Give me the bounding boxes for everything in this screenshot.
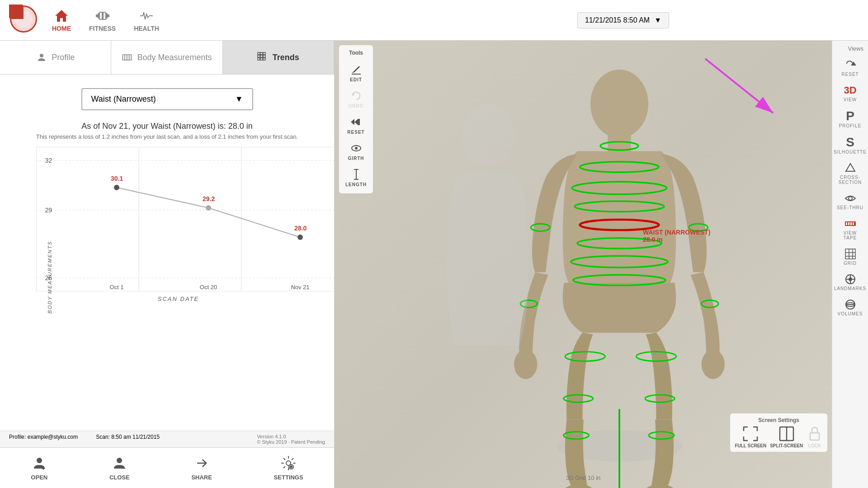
svg-point-96: [849, 197, 852, 200]
svg-rect-22: [263, 58, 265, 60]
top-nav: HOME FITNESS HEALTH 11/21/2015 8:50 AM ▼: [0, 0, 868, 41]
logo[interactable]: [9, 5, 38, 36]
svg-point-44: [117, 458, 122, 463]
views-label: Views: [835, 45, 866, 52]
info-bar: Profile: example@styku.com Scan: 8:50 am…: [0, 431, 334, 447]
nav-fitness[interactable]: FITNESS: [89, 9, 116, 32]
svg-text:29.2: 29.2: [203, 195, 215, 202]
nav-home[interactable]: HOME: [52, 9, 71, 32]
close-button[interactable]: CLOSE: [109, 455, 130, 481]
svg-rect-6: [108, 14, 109, 17]
date-selector[interactable]: 11/21/2015 8:50 AM ▼: [577, 12, 669, 28]
svg-rect-93: [810, 433, 819, 440]
svg-text:Oct 20: Oct 20: [200, 284, 217, 291]
waist-annotation: WAIST (NARROWEST) 28.0 in: [643, 229, 710, 243]
view-grid-btn[interactable]: GRID: [835, 245, 866, 268]
main-content: Profile Body Measurements: [0, 41, 868, 488]
arrow-annotation: [701, 54, 791, 124]
svg-point-33: [206, 205, 211, 211]
svg-text:29: 29: [45, 206, 52, 214]
svg-text:30.1: 30.1: [111, 175, 123, 182]
profile-info: Profile: example@styku.com: [9, 434, 78, 445]
version-info: Version 4.1.0 © Styku 2019 · Patent Pend…: [257, 434, 325, 445]
settings-button[interactable]: SETTINGS: [274, 455, 303, 481]
svg-rect-14: [258, 52, 260, 55]
view-landmarks-btn[interactable]: LANDMARKS: [835, 271, 866, 294]
tab-profile[interactable]: Profile: [0, 41, 111, 74]
svg-point-32: [114, 185, 119, 190]
tool-reset[interactable]: RESET: [343, 114, 369, 136]
svg-rect-21: [260, 58, 263, 60]
tool-length[interactable]: LENGTH: [343, 166, 369, 189]
share-button[interactable]: SHARE: [191, 455, 212, 481]
tools-panel: Tools EDIT UNDO: [339, 45, 373, 193]
svg-point-41: [37, 458, 42, 463]
screen-settings: Screen Settings FULL SCREEN: [730, 413, 827, 452]
nav-health[interactable]: HEALTH: [134, 9, 159, 32]
svg-rect-16: [263, 52, 265, 55]
view-see-thru-btn[interactable]: SEE-THRU: [835, 190, 866, 213]
tool-edit[interactable]: EDIT: [343, 61, 369, 84]
trends-content: Waist (Narrowest) ▼ As of Nov 21, your W…: [0, 75, 334, 431]
svg-rect-99: [848, 222, 849, 225]
svg-rect-20: [258, 58, 260, 60]
svg-line-90: [705, 59, 773, 113]
svg-point-49: [290, 466, 292, 468]
view-profile-btn[interactable]: P PROFILE: [835, 107, 866, 131]
svg-text:Oct 1: Oct 1: [109, 284, 123, 291]
view-3d-btn[interactable]: 3D VIEW: [835, 82, 866, 105]
svg-rect-5: [106, 13, 108, 19]
svg-marker-95: [846, 164, 855, 171]
svg-point-34: [297, 235, 303, 240]
tab-bar: Profile Body Measurements: [0, 41, 334, 75]
svg-marker-53: [354, 119, 358, 125]
svg-text:28.0: 28.0: [294, 225, 307, 232]
chart-x-label: SCAN DATE: [36, 296, 321, 302]
full-screen-btn[interactable]: FULL SCREEN: [735, 426, 766, 448]
svg-rect-98: [846, 222, 847, 225]
svg-point-65: [702, 350, 725, 379]
svg-rect-101: [853, 222, 854, 225]
svg-rect-18: [260, 55, 263, 57]
split-screen-btn[interactable]: SPLIT-SCREEN: [770, 426, 803, 448]
view-tape-btn[interactable]: VIEW TAPE: [835, 215, 866, 243]
chart-container: BODY MEASUREMENTS 32 29 26: [14, 147, 321, 329]
measurement-info: As of Nov 21, your Waist (Narrowest) is:…: [14, 122, 321, 140]
svg-rect-102: [845, 249, 855, 259]
svg-rect-19: [263, 55, 265, 57]
svg-rect-9: [123, 55, 132, 60]
measurement-dropdown[interactable]: Waist (Narrowest) ▼: [81, 88, 253, 110]
tool-undo: UNDO: [343, 88, 369, 110]
left-panel: Profile Body Measurements: [0, 41, 335, 488]
svg-text:Nov 21: Nov 21: [291, 284, 309, 291]
svg-point-56: [355, 147, 357, 149]
svg-rect-2: [96, 14, 98, 17]
svg-marker-52: [351, 119, 354, 125]
svg-rect-54: [358, 119, 360, 125]
view-3d-area: Tools EDIT UNDO: [335, 41, 832, 488]
svg-point-64: [514, 350, 537, 379]
lock-btn: LOCK: [807, 426, 823, 448]
chart-y-label: BODY MEASUREMENTS: [47, 241, 52, 314]
svg-point-62: [590, 70, 648, 138]
scan-info: Scan: 8:50 am 11/21/2015: [96, 434, 160, 445]
tools-label: Tools: [343, 50, 369, 56]
view-reset-btn[interactable]: RESET: [835, 56, 866, 80]
view-cross-section-btn[interactable]: CROSS-SECTION: [835, 160, 866, 188]
bottom-bar: OPEN CLOSE SHARE: [0, 447, 334, 488]
views-panel: Views RESET 3D VIEW P PROFILE S SILHOUET…: [832, 41, 868, 488]
view-volumes-btn[interactable]: VOLUMES: [835, 296, 866, 319]
tool-girth[interactable]: GIRTH: [343, 140, 369, 163]
chart-svg: 32 29 26 30.1 29.2 28.0 Oct 1 Oct 20: [36, 147, 334, 291]
tab-trends[interactable]: Trends: [223, 41, 334, 74]
svg-rect-23: [36, 147, 334, 291]
grid-label: 3D Grid 10 in: [566, 474, 601, 481]
view-silhouette-btn[interactable]: S SILHOUETTE: [835, 133, 866, 157]
measurement-main-value: As of Nov 21, your Waist (Narrowest) is:…: [14, 122, 321, 131]
svg-point-110: [849, 278, 852, 281]
svg-rect-7: [102, 12, 104, 19]
tab-body-measurements[interactable]: Body Measurements: [111, 41, 222, 74]
nav-items: HOME FITNESS HEALTH: [52, 9, 159, 32]
open-button[interactable]: OPEN: [31, 455, 47, 481]
measurement-sub-value: This represents a loss of 1.2 inches fro…: [14, 133, 321, 140]
